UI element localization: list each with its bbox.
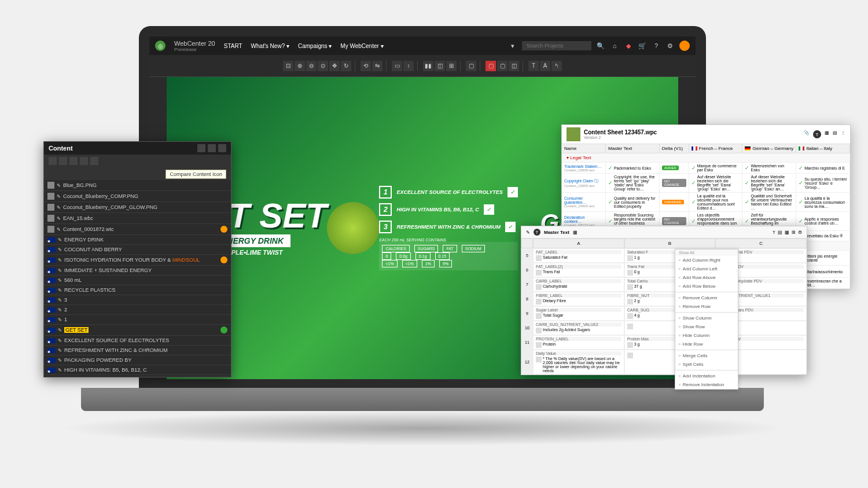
col-b[interactable]: B xyxy=(624,239,716,248)
edit-icon[interactable] xyxy=(536,270,542,276)
tool5-icon[interactable]: ⚙ xyxy=(798,230,802,235)
tool3-icon[interactable]: ▦ xyxy=(785,230,789,235)
filter-icon[interactable] xyxy=(208,144,216,152)
ctx-hide-row[interactable]: ▫Hide Row xyxy=(675,340,738,348)
save-icon[interactable] xyxy=(197,144,205,152)
box-icon[interactable] xyxy=(80,157,88,165)
zoom-fit-icon[interactable]: ⊡ xyxy=(283,61,293,71)
ctx-remove-indentation[interactable]: ▫Remove Indentation xyxy=(675,380,738,389)
col-fr[interactable]: French – France xyxy=(689,144,743,153)
cell[interactable]: FAT_LABEL(2)Trans Fat xyxy=(533,263,624,277)
ctx-remove-row[interactable]: ▫Remove Row xyxy=(675,302,738,311)
cell[interactable]: FIBRE_LABELDietary Fibre xyxy=(533,292,624,306)
edit-icon[interactable] xyxy=(536,342,542,348)
ctx-add-column-right[interactable]: ▫Add Column Right xyxy=(675,256,738,265)
nav-campaigns[interactable]: Campaigns ▾ xyxy=(298,43,332,49)
ctx-add-row-below[interactable]: ▫Add Row Below xyxy=(675,282,738,291)
notification-icon[interactable]: ◆ xyxy=(624,41,633,50)
section-legal[interactable]: ▾ Legal Text xyxy=(562,153,850,163)
edit-icon[interactable] xyxy=(627,324,633,329)
content-row[interactable]: ✱✎PACKAGING POWERED BY xyxy=(44,355,231,365)
search-icon[interactable]: 🔍 xyxy=(596,41,605,50)
view1-icon[interactable]: ▦ xyxy=(825,130,829,138)
edit-icon[interactable] xyxy=(627,270,633,276)
content-row[interactable]: ✎Coconut_Blueberry_COMP_GLOW.PNG xyxy=(44,202,231,213)
edit-icon[interactable] xyxy=(627,353,633,358)
dynamic2-icon[interactable]: ▢ xyxy=(497,61,507,71)
view2-icon[interactable]: ▤ xyxy=(833,130,837,138)
edit-icon[interactable] xyxy=(536,313,542,319)
avatar[interactable] xyxy=(679,41,690,51)
pan-icon[interactable]: ✥ xyxy=(329,61,340,71)
ctx-remove-column[interactable]: ▫Remove Column xyxy=(675,293,738,302)
sheet-row[interactable]: Trademark Statem…Content_10000.wcc ✓Pack… xyxy=(562,163,850,174)
font2-icon[interactable]: ᴬᵢ xyxy=(551,61,562,71)
content-row[interactable]: ✱✎3 xyxy=(44,295,231,305)
edit-icon[interactable] xyxy=(536,284,542,290)
tool2-icon[interactable]: ▤ xyxy=(778,230,782,235)
cell[interactable]: PROTEIN_LABELProtein xyxy=(533,335,624,350)
ctx-show-row[interactable]: ▫Show Row xyxy=(675,322,738,331)
content-row[interactable]: ✱✎REFRESHMENT WITH ZINC & CHROMIUM xyxy=(44,346,231,355)
edit-icon[interactable] xyxy=(536,299,542,304)
content-row[interactable]: ✱✎EXCELLENT SOURCE OF ELECTROLYTES xyxy=(44,336,231,346)
zoom-out-icon[interactable]: ⊖ xyxy=(306,61,317,71)
flag-icon[interactable] xyxy=(69,157,78,165)
zoom-in-icon[interactable]: ⊕ xyxy=(295,61,305,71)
zoom-area-icon[interactable]: ⊙ xyxy=(318,61,328,71)
content-row[interactable]: ✱✎RECYCLE PLASTICS xyxy=(44,285,231,295)
cell[interactable]: Sugar LabelTotal Sugar xyxy=(533,306,624,321)
content-row[interactable]: ✱✎560 mL xyxy=(44,276,231,285)
col-de[interactable]: German – Germany xyxy=(742,144,796,153)
edit-icon[interactable] xyxy=(627,299,633,304)
edit-icon[interactable] xyxy=(627,342,633,348)
ctx-add-row-above[interactable]: ▫Add Row Above xyxy=(675,273,738,282)
home-icon[interactable]: ⌂ xyxy=(610,41,619,50)
ctx-add-indentation[interactable]: ▫Add Indentation xyxy=(675,372,738,380)
search-input[interactable] xyxy=(522,41,591,50)
cell[interactable]: FAT_LABELSaturated Fat xyxy=(533,248,624,263)
ctx-split-cells[interactable]: ▫Split Cells xyxy=(675,360,738,369)
annotate-icon[interactable]: ▢ xyxy=(466,61,476,71)
nav-whatsnew[interactable]: What's New? ▾ xyxy=(251,43,289,49)
col-delta[interactable]: Delta (V1) xyxy=(660,144,689,153)
split-icon[interactable]: ⊞ xyxy=(446,61,457,71)
col-name[interactable]: Name xyxy=(562,144,606,153)
content-row[interactable]: ✱✎HIGH IN VITAMINS: B5, B6, B12, C xyxy=(44,365,231,375)
text-tool-icon[interactable]: T xyxy=(528,61,539,71)
diff-icon[interactable]: ◫ xyxy=(435,61,445,71)
help-icon[interactable]: ? xyxy=(652,41,661,50)
content-row[interactable]: ✱✎EACH 200 mL SERVING CONTAINS: xyxy=(44,375,231,377)
edit-icon[interactable] xyxy=(627,255,633,261)
flip-icon[interactable]: ⇋ xyxy=(372,61,382,71)
col-c[interactable]: C xyxy=(715,239,807,248)
dynamic-red-icon[interactable]: ▢ xyxy=(486,61,496,71)
attach-icon[interactable]: 📎 xyxy=(804,130,810,138)
cell[interactable]: CARB_LABELCarbohydrate xyxy=(533,277,624,292)
content-row[interactable]: ✱✎ENERGY DRINK xyxy=(44,235,231,245)
col-master[interactable]: Master Text xyxy=(606,144,660,153)
type-icon[interactable]: T xyxy=(813,130,821,138)
tool4-icon[interactable]: ⊞ xyxy=(792,230,796,235)
tool1-icon[interactable]: T xyxy=(773,230,775,235)
dropdown-icon[interactable]: ▾ xyxy=(508,41,517,50)
text-icon[interactable] xyxy=(59,157,67,165)
content-row[interactable]: ✎Content_0001872.wtc xyxy=(44,224,231,235)
compare-icon[interactable]: ▮▮ xyxy=(423,61,433,71)
refresh-icon[interactable]: ↻ xyxy=(341,61,351,71)
col-a[interactable]: A xyxy=(533,239,624,248)
cell[interactable]: CARB_SUG_NUTRIENT_VALUE2Includes 2g Adde… xyxy=(533,321,624,335)
ctx-merge-cells[interactable]: ▫Merge Cells xyxy=(675,351,738,360)
ctx-add-column-left[interactable]: ▫Add Column Left xyxy=(675,265,738,273)
edit-icon[interactable] xyxy=(536,255,542,261)
content-row[interactable]: ✱✎COCONUT AND BERRY xyxy=(44,245,231,255)
nav-mywebcenter[interactable]: My WebCenter ▾ xyxy=(340,43,383,49)
ctx-show-column[interactable]: ▫Show Column xyxy=(675,314,738,322)
measure-icon[interactable]: ↕ xyxy=(403,61,414,71)
expand-icon[interactable] xyxy=(218,144,226,152)
edit-icon[interactable] xyxy=(536,357,542,362)
content-row[interactable]: ✱✎GET SET xyxy=(44,325,231,336)
table-view-icon[interactable]: ▦ xyxy=(573,230,578,235)
dynamic3-icon[interactable]: ◫ xyxy=(509,61,519,71)
grid-icon[interactable] xyxy=(90,157,98,165)
